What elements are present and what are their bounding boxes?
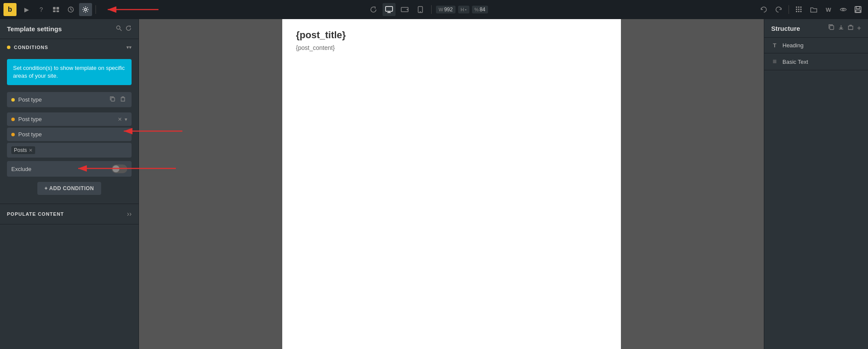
right-panel-header: Structure +: [764, 19, 868, 38]
canvas-page: {post_title} {post_content}: [282, 19, 621, 349]
condition-dropdown-btn[interactable]: ▾: [125, 116, 127, 122]
add-structure-icon[interactable]: +: [857, 24, 861, 32]
mobile-icon[interactable]: [414, 3, 427, 16]
svg-rect-25: [856, 10, 860, 12]
right-panel: Structure + T Heading ≡ Basic Text: [764, 19, 868, 349]
svg-point-26: [117, 26, 120, 30]
history-icon[interactable]: [64, 3, 77, 16]
conditions-section: CONDITIONS ▾ Set condition(s) to show te…: [0, 39, 139, 204]
heading-icon: T: [771, 42, 778, 49]
top-toolbar: b ▶ ? W 992 H -: [0, 0, 868, 19]
structure-item-basic-text-label: Basic Text: [782, 59, 808, 65]
structure-item-heading[interactable]: T Heading: [764, 38, 868, 53]
refresh-icon[interactable]: [367, 3, 380, 16]
undo-icon[interactable]: [757, 3, 770, 16]
svg-rect-15: [800, 7, 802, 8]
right-panel-title: Structure: [771, 25, 800, 32]
exclude-toggle[interactable]: [112, 165, 127, 173]
main-layout: Template settings CONDITIONS ▾ Set: [0, 19, 868, 349]
toggle-row: Exclude: [7, 161, 132, 177]
zoom-display: % 84: [472, 6, 488, 13]
copy-structure-icon[interactable]: [828, 24, 835, 32]
height-display: H -: [458, 6, 469, 13]
conditions-dot: [7, 46, 10, 49]
panel-header-icons: [116, 25, 132, 33]
svg-point-22: [842, 9, 844, 10]
populate-content-title: POPULATE CONTENT: [7, 211, 64, 217]
canvas-area: {post_title} {post_content}: [139, 19, 764, 349]
tablet-landscape-icon[interactable]: [398, 3, 411, 16]
arrow-tool-icon[interactable]: ▶: [20, 3, 33, 16]
condition-dot-2: [11, 118, 15, 121]
svg-rect-19: [796, 11, 797, 12]
svg-rect-13: [796, 7, 797, 8]
condition-select-label: Post type: [18, 116, 118, 122]
toolbar-right: W: [757, 3, 865, 16]
settings-icon[interactable]: [79, 3, 92, 16]
conditions-section-header[interactable]: CONDITIONS ▾: [0, 39, 139, 56]
left-panel: Template settings CONDITIONS ▾ Set: [0, 19, 139, 349]
grid-menu-icon[interactable]: [792, 3, 805, 16]
svg-rect-17: [798, 9, 799, 10]
desktop-view-icon[interactable]: [383, 3, 396, 16]
populate-chevron-icon: ›: [127, 210, 132, 218]
conditions-info-box: Set condition(s) to show template on spe…: [7, 59, 132, 85]
condition-values-label: Post type: [18, 131, 127, 138]
structure-item-heading-label: Heading: [782, 42, 803, 49]
wordpress-icon[interactable]: W: [822, 3, 835, 16]
conditions-title: CONDITIONS: [14, 45, 48, 50]
svg-rect-0: [53, 7, 56, 10]
redo-icon[interactable]: [772, 3, 785, 16]
tags-row[interactable]: Posts ✕: [7, 143, 132, 158]
canvas-post-content: {post_content}: [296, 44, 607, 51]
download-structure-icon[interactable]: [838, 24, 844, 32]
help-icon[interactable]: ?: [35, 3, 48, 16]
structure-item-basic-text[interactable]: ≡ Basic Text: [764, 53, 868, 70]
svg-rect-20: [798, 11, 799, 12]
folder-icon[interactable]: [807, 3, 820, 16]
right-panel-icons: +: [828, 24, 861, 32]
condition-copy-btn-1[interactable]: [108, 95, 117, 104]
templates-icon[interactable]: [50, 3, 63, 16]
separator-1: [96, 5, 96, 14]
delete-structure-icon[interactable]: [848, 24, 854, 32]
conditions-body: Set condition(s) to show template on spe…: [0, 56, 139, 204]
tag-label-posts: Posts: [14, 147, 27, 153]
exclude-label: Exclude: [11, 166, 31, 172]
condition-values-row: Post type: [7, 128, 132, 141]
toolbar-center: W 992 H - % 84: [99, 3, 756, 16]
logo[interactable]: b: [3, 3, 17, 16]
condition-label-1: Post type: [18, 96, 108, 103]
populate-content-header[interactable]: POPULATE CONTENT ›: [0, 204, 139, 224]
svg-point-10: [407, 9, 408, 10]
search-icon[interactable]: [116, 25, 122, 33]
svg-point-5: [85, 9, 87, 11]
preview-icon[interactable]: [837, 3, 850, 16]
condition-delete-btn-1[interactable]: [119, 95, 127, 104]
svg-rect-16: [796, 9, 797, 10]
condition-select-row: Post type ✕ ▾: [7, 112, 132, 126]
populate-content-section: POPULATE CONTENT ›: [0, 204, 139, 224]
svg-rect-14: [798, 7, 799, 8]
condition-dot-1: [11, 98, 15, 102]
width-display: W 992: [436, 6, 455, 13]
svg-line-27: [120, 29, 122, 31]
add-condition-button[interactable]: + ADD CONDITION: [37, 182, 101, 195]
svg-rect-24: [856, 7, 860, 9]
condition-clear-btn[interactable]: ✕: [118, 116, 122, 122]
svg-rect-21: [800, 11, 802, 12]
svg-rect-2: [53, 10, 56, 12]
canvas-post-title: {post_title}: [296, 30, 607, 41]
save-icon[interactable]: [851, 3, 865, 16]
condition-group-2: Post type ✕ ▾ Post type Po: [7, 112, 132, 177]
reset-icon[interactable]: [125, 25, 132, 33]
svg-rect-1: [56, 7, 59, 10]
separator-2: [431, 5, 432, 14]
svg-rect-3: [56, 10, 59, 12]
basic-text-icon: ≡: [771, 58, 778, 66]
panel-title: Template settings: [7, 25, 62, 33]
separator-3: [789, 5, 789, 14]
tag-remove-posts[interactable]: ✕: [29, 148, 33, 153]
select-controls: ✕ ▾: [118, 116, 127, 122]
condition-actions-1: [108, 95, 127, 104]
